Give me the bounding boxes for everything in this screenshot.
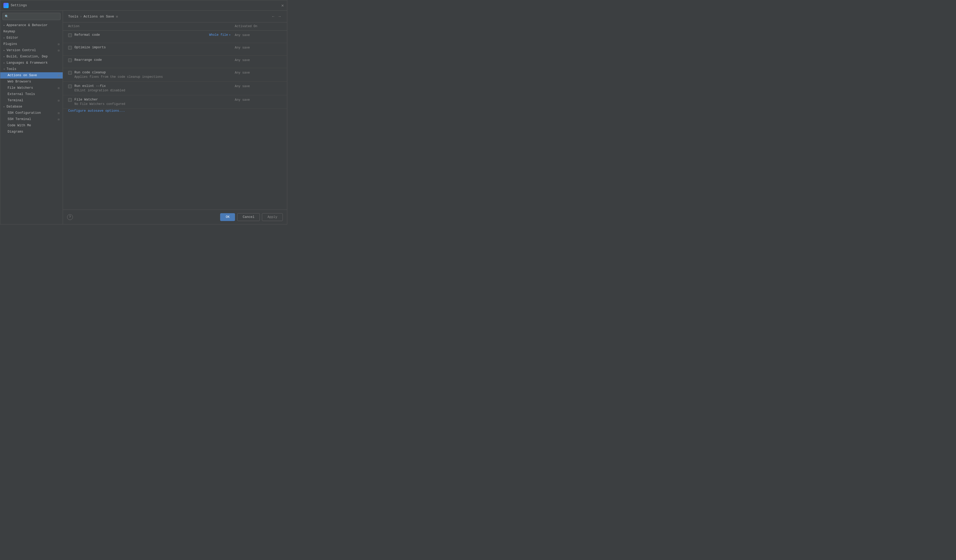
- sidebar-item-label: SSH Configuration: [8, 111, 41, 115]
- apply-button[interactable]: Apply: [262, 213, 283, 221]
- row-activated-optimize-imports: Any save: [235, 45, 282, 50]
- sidebar-item-ssh-terminal[interactable]: SSH Terminal⊟: [0, 116, 63, 122]
- row-left: File WatcherNo File Watchers configured: [68, 98, 235, 106]
- ok-button[interactable]: OK: [220, 213, 235, 221]
- search-input[interactable]: [10, 15, 58, 18]
- checkbox-file-watcher[interactable]: [68, 98, 72, 102]
- activated-label: Any save: [235, 98, 250, 102]
- sidebar-item-label: SSH Terminal: [8, 118, 31, 121]
- row-text-optimize-imports: Optimize imports: [74, 45, 235, 49]
- sidebar-item-label: Build, Execution, Dep: [6, 55, 48, 58]
- cancel-button[interactable]: Cancel: [237, 213, 260, 221]
- checkbox-run-eslint[interactable]: [68, 85, 72, 88]
- row-text-file-watcher: File WatcherNo File Watchers configured: [74, 98, 235, 106]
- activated-label: Any save: [235, 46, 250, 50]
- row-text-rearrange-code: Rearrange code: [74, 58, 235, 62]
- dropdown-reformat-code[interactable]: Whole file ▾: [209, 33, 231, 37]
- sidebar-item-label: Tools: [6, 67, 16, 71]
- row-text-reformat-code: Reformat code: [74, 33, 209, 37]
- row-title-run-code-cleanup: Run code cleanup: [74, 71, 235, 74]
- sidebar-item-plugins[interactable]: Plugins⊟: [0, 41, 63, 47]
- sidebar-item-database[interactable]: ▸Database: [0, 104, 63, 110]
- table-row: Run eslint --fixESLint integration disab…: [63, 82, 287, 95]
- back-arrow[interactable]: ←: [271, 14, 275, 19]
- main-panel: Tools › Actions on Save ⊟ ← → Action Act…: [63, 11, 287, 224]
- table-row: Optimize importsAny save: [63, 43, 287, 56]
- sidebar-item-label: Actions on Save: [8, 74, 37, 77]
- activated-label: Any save: [235, 85, 250, 88]
- row-subtitle-run-eslint: ESLint integration disabled: [74, 89, 235, 93]
- main-header: Tools › Actions on Save ⊟ ← →: [63, 11, 287, 22]
- table-row: Reformat codeWhole file ▾Any save: [63, 31, 287, 43]
- breadcrumb-separator: ›: [80, 15, 82, 19]
- badge-icon: ⊟: [58, 49, 60, 52]
- sidebar-item-version-control[interactable]: ▸Version Control⊟: [0, 47, 63, 53]
- chevron-icon: ▸: [3, 24, 5, 27]
- row-left: Run eslint --fixESLint integration disab…: [68, 84, 235, 93]
- sidebar-item-appearance[interactable]: ▸Appearance & Behavior: [0, 22, 63, 28]
- table-body: Reformat codeWhole file ▾Any saveOptimiz…: [63, 31, 287, 109]
- breadcrumb-current: Actions on Save: [83, 15, 114, 19]
- dropdown-arrow: ▾: [229, 33, 231, 36]
- sidebar-item-label: External Tools: [8, 93, 35, 96]
- sidebar-item-label: Plugins: [3, 42, 17, 46]
- sidebar-item-editor[interactable]: ▸Editor: [0, 35, 63, 41]
- row-title-optimize-imports: Optimize imports: [74, 45, 235, 49]
- close-button[interactable]: ✕: [281, 3, 284, 8]
- forward-arrow[interactable]: →: [278, 14, 282, 19]
- search-icon: 🔍: [5, 15, 9, 19]
- checkbox-rearrange-code[interactable]: [68, 58, 72, 62]
- search-box[interactable]: 🔍: [2, 13, 61, 20]
- sidebar-item-label: Version Control: [6, 49, 36, 52]
- sidebar-item-external-tools[interactable]: External Tools: [0, 91, 63, 97]
- sidebar-item-label: Terminal: [8, 99, 23, 102]
- sidebar-item-label: Code With Me: [8, 124, 31, 127]
- row-activated-rearrange-code: Any save: [235, 58, 282, 62]
- chevron-icon: ▸: [3, 61, 5, 64]
- table-header: Action Activated On: [63, 22, 287, 31]
- sidebar-item-diagrams[interactable]: Diagrams: [0, 129, 63, 135]
- activated-label: Any save: [235, 33, 250, 37]
- sidebar-item-actions-on-save[interactable]: Actions on Save⊟: [0, 72, 63, 78]
- sidebar-item-code-with-me[interactable]: Code With Me: [0, 122, 63, 129]
- checkbox-reformat-code[interactable]: [68, 33, 72, 37]
- configure-autosave-link[interactable]: Configure autosave options...: [63, 106, 130, 116]
- footer: ? OK Cancel Apply: [63, 210, 287, 224]
- row-left: Optimize imports: [68, 45, 235, 50]
- breadcrumb-root: Tools: [68, 15, 79, 19]
- row-activated-run-eslint: Any save: [235, 84, 282, 88]
- sidebar-item-terminal[interactable]: Terminal⊟: [0, 97, 63, 104]
- sidebar-item-label: Web Browsers: [8, 80, 31, 83]
- row-text-run-eslint: Run eslint --fixESLint integration disab…: [74, 84, 235, 93]
- badge-icon: ⊟: [58, 99, 60, 102]
- sidebar-item-keymap[interactable]: Keymap: [0, 28, 63, 35]
- checkbox-optimize-imports[interactable]: [68, 46, 72, 50]
- chevron-icon: ▸: [3, 36, 5, 39]
- main-content-wrapper: Action Activated On Reformat codeWhole f…: [63, 22, 287, 210]
- nav-arrows: ← →: [271, 14, 282, 19]
- sidebar-item-file-watchers[interactable]: File Watchers⊟: [0, 85, 63, 91]
- badge-icon: ⊟: [58, 74, 60, 77]
- sidebar-item-web-browsers[interactable]: Web Browsers: [0, 78, 63, 85]
- sidebar-item-build[interactable]: ▸Build, Execution, Dep: [0, 53, 63, 60]
- row-subtitle-run-code-cleanup: Applies fixes from the code cleanup insp…: [74, 75, 235, 79]
- badge-icon: ⊟: [58, 111, 60, 115]
- chevron-icon: ▸: [3, 105, 5, 108]
- app-logo: [3, 3, 9, 8]
- row-activated-run-code-cleanup: Any save: [235, 71, 282, 75]
- sidebar-item-languages[interactable]: ▸Languages & Framework: [0, 60, 63, 66]
- row-text-run-code-cleanup: Run code cleanupApplies fixes from the c…: [74, 71, 235, 79]
- sidebar-item-label: Database: [6, 105, 22, 108]
- badge-icon: ⊟: [58, 42, 60, 46]
- row-subtitle-file-watcher: No File Watchers configured: [74, 102, 235, 106]
- settings-window: Settings ✕ 🔍 ▸Appearance & BehaviorKeyma…: [0, 0, 287, 224]
- checkbox-run-code-cleanup[interactable]: [68, 71, 72, 75]
- help-button[interactable]: ?: [67, 214, 73, 220]
- chevron-icon: ▾: [3, 67, 5, 71]
- sidebar-item-tools[interactable]: ▾Tools: [0, 66, 63, 72]
- activated-label: Any save: [235, 58, 250, 62]
- col-activated-header: Activated On: [235, 25, 282, 28]
- row-title-reformat-code: Reformat code: [74, 33, 209, 37]
- sidebar-item-label: Diagrams: [8, 130, 23, 133]
- sidebar-item-ssh-configuration[interactable]: SSH Configuration⊟: [0, 110, 63, 116]
